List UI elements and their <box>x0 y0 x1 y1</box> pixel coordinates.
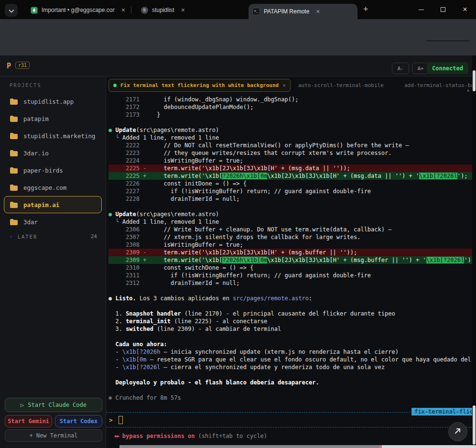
sidebar-item-3dar[interactable]: 3dar <box>4 213 102 230</box>
sidebar-item-patapim.ai[interactable]: patapim.ai <box>4 196 102 213</box>
window-controls: × <box>410 0 476 19</box>
terminal-line: 2310 const switchDone = () => { <box>108 264 472 272</box>
close-tab-icon[interactable]: × <box>121 6 125 14</box>
chevron-down-icon <box>9 6 14 15</box>
terminal-tab[interactable]: auto-scroll-terminal-mobile <box>298 82 384 88</box>
project-label: paper-birds <box>23 167 63 174</box>
terminal-line: 2222 // Do NOT call resetTerminalView() … <box>108 142 472 149</box>
eggscape-favicon-icon <box>30 6 38 14</box>
folder-icon <box>10 98 18 105</box>
minimize-button[interactable] <box>410 0 432 19</box>
tab-search-button[interactable] <box>5 4 18 17</box>
close-window-button[interactable]: × <box>454 0 476 19</box>
terminal-line <box>108 302 472 310</box>
start-codex-button[interactable]: Start Codex <box>55 415 102 427</box>
project-label: stupidlist.app <box>23 98 74 105</box>
close-icon: × <box>463 5 467 14</box>
maximize-button[interactable] <box>432 0 454 19</box>
scroll-up-icon[interactable]: ▲ <box>467 88 469 92</box>
arrow-up-right-icon <box>454 426 462 437</box>
sidebar: PROJECTS stupidlist.apppatapimstupidlist… <box>0 76 106 448</box>
project-label: patapim.ai <box>23 201 59 208</box>
close-tab-icon[interactable]: × <box>181 6 185 14</box>
scrollbar-thumb[interactable] <box>473 70 476 91</box>
terminal-line: 2225 - term.write('\x1b[2J\x1b[3J\x1b[H'… <box>108 164 472 172</box>
folder-icon <box>10 116 18 122</box>
screen: Important • g@eggscape.com × S stupidlis… <box>0 0 476 448</box>
green-dot-icon <box>113 84 117 87</box>
terminal-line: ● Listo. Los 3 cambios aplicados en src/… <box>108 295 472 302</box>
folder-icon <box>10 185 18 191</box>
terminal-line <box>108 371 472 379</box>
folder-icon <box>10 219 18 225</box>
maximize-icon <box>441 7 445 12</box>
font-decrease-button[interactable]: A- <box>392 63 409 74</box>
terminal-tab-active[interactable]: Fix terminal text flickering with white … <box>108 79 291 92</box>
browser-tab-title: Important • g@eggscape.com <box>42 7 115 13</box>
folder-icon <box>10 150 18 156</box>
terminal-line: 2223 // they queue writes/resizes that c… <box>108 149 472 157</box>
later-section[interactable]: · LATER 24 <box>10 233 97 240</box>
terminal-line <box>108 287 472 295</box>
vertical-scrollbar[interactable] <box>472 55 476 448</box>
project-label: 3dar.io <box>23 150 49 157</box>
project-label: patapim <box>23 115 49 122</box>
terminal-line <box>108 386 472 394</box>
start-claude-code-button[interactable]: ▷ Start Claude Code <box>5 398 102 412</box>
sidebar-item-stupidlist.app[interactable]: stupidlist.app <box>4 93 102 110</box>
sidebar-item-eggscape.com[interactable]: eggscape.com <box>4 179 102 196</box>
terminal-line: - \x1b[?2026l — cierra el synchronized u… <box>108 363 472 371</box>
terminal-line: - \x1b[?2026h — inicia synchronized upda… <box>108 348 472 356</box>
terminal-line: 2224 isWritingBuffer = true; <box>108 157 472 164</box>
terminal-line: 2171 if (window._dbgSnap) window._dbgSna… <box>108 96 472 103</box>
scrollbar-thumb[interactable] <box>382 445 476 448</box>
new-tab-button[interactable]: + <box>363 4 368 14</box>
terminal-line: - \x1b[0m — resetea SGR para que el clea… <box>108 356 472 363</box>
terminal-line: Cada uno ahora: <box>108 340 472 348</box>
sidebar-item-stupidlist.marketing[interactable]: stupidlist.marketing <box>4 127 102 144</box>
terminal-input[interactable]: > <box>106 412 472 427</box>
terminal-line: 2309 + term.write('\x1b[?2026h\x1b[0m\x1… <box>108 256 472 264</box>
terminal-line <box>108 119 472 126</box>
sidebar-item-paper-birds[interactable]: paper-birds <box>4 162 102 179</box>
terminal-favicon-icon: >_ <box>252 8 260 15</box>
terminal-area: Fix terminal text flickering with white … <box>106 76 476 448</box>
app-logo: P <box>7 62 11 70</box>
browser-tab-stupidlist[interactable]: S stupidlist × <box>137 3 244 17</box>
terminal-line: 2307 // xterm.js silently drops the call… <box>108 233 472 241</box>
terminal-line: 2308 isWritingBuffer = true; <box>108 241 472 249</box>
projects-list: stupidlist.apppatapimstupidlist.marketin… <box>0 93 106 230</box>
terminal-line: 2311 if (!isWritingBuffer) return; // gu… <box>108 272 472 279</box>
folder-icon <box>10 133 18 139</box>
scrollbar-segment <box>119 445 380 448</box>
terminal-line: 2312 drainTimerId = null; <box>108 279 472 287</box>
scroll-to-bottom-button[interactable] <box>448 422 467 441</box>
connection-status-badge: Connected <box>427 62 468 74</box>
close-terminal-tab-icon[interactable]: × <box>282 82 286 88</box>
terminal-line: └ Added 1 line, removed 1 line <box>108 134 472 142</box>
terminal-line: 2227 if (!isWritingBuffer) return; // gu… <box>108 187 472 195</box>
terminal-line: 1. Snapshot handler (line 2170) - el pri… <box>108 310 472 317</box>
terminal-line: 2228 drainTimerId = null; <box>108 195 472 203</box>
prompt-symbol: > <box>109 416 113 424</box>
projects-section-title: PROJECTS <box>10 82 42 88</box>
horizontal-scrollbar[interactable] <box>119 445 476 448</box>
terminal-line: 2172 debouncedUpdatePlanMode(); <box>108 103 472 111</box>
close-tab-icon[interactable]: × <box>316 8 320 15</box>
terminal-line: Deployealo y probalo - el flash blanco d… <box>108 379 472 386</box>
terminal-line: 2309 - term.write('\x1b[2J\x1b[3J\x1b[H'… <box>108 249 472 256</box>
new-terminal-button[interactable]: + New Terminal <box>5 429 102 442</box>
stupidlist-favicon-icon: S <box>141 6 148 14</box>
terminal-tab[interactable]: add-terminal-status-ba <box>404 82 474 88</box>
browser-tab-patapim-active[interactable]: >_ PATAPIM Remote × <box>249 4 357 19</box>
bookmarks-bar: Renovar marca 3DAR U... MAIL SH MAIL 26 … <box>0 41 476 55</box>
scrollbar-thumb[interactable] <box>473 405 476 445</box>
sidebar-item-patapim[interactable]: patapim <box>4 110 102 127</box>
browser-tab-eggscape[interactable]: Important • g@eggscape.com × <box>26 3 129 17</box>
sidebar-item-3dar.io[interactable]: 3dar.io <box>4 144 102 162</box>
terminal-output: 2171 if (window._dbgSnap) window._dbgSna… <box>108 96 472 405</box>
start-gemini-button[interactable]: Start Gemini <box>5 415 52 427</box>
terminal-line: ● Update(src\pages\remote.astro) <box>108 126 472 134</box>
project-label: eggscape.com <box>23 184 66 191</box>
permissions-statusline: ▶▶ bypass permissions on (shift+tab to c… <box>115 431 267 441</box>
